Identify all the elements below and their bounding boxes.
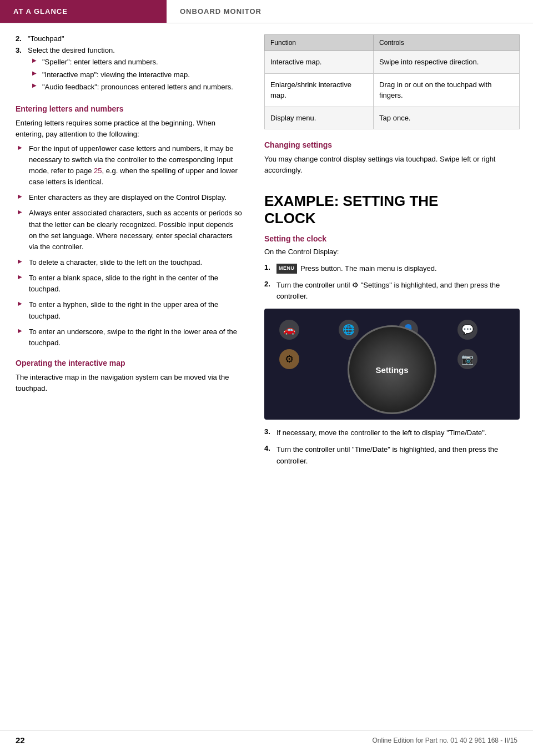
step-num-2: 2. [264,280,276,288]
sub-item-text-2: "Interactive map": viewing the interacti… [42,69,242,80]
bullet-text-3: Always enter associated characters, such… [29,208,242,253]
bullet-text-4: To delete a character, slide to the left… [29,257,242,268]
bullet-list: ▶ For the input of upper/lower case lett… [18,143,242,349]
table-row-2: Enlarge/shrink interactive map. Drag in … [265,73,520,107]
sub-item-2: ▶ "Interactive map": viewing the interac… [32,69,242,80]
bullet-text-2: Enter characters as they are displayed o… [29,192,242,203]
right-column: Function Controls Interactive map. Swipe… [255,34,533,472]
step-content-4: Turn the controller until "Time/Date" is… [276,444,520,466]
bullet-item-5: ▶ To enter a blank space, slide to the r… [18,273,242,295]
step-content-2: Turn the controller until ⚙ "Settings" i… [276,280,520,302]
icon-cell-2: 🌐 [335,317,363,342]
step-1: 1. MENU Press button. The main menu is d… [264,263,520,274]
page-link[interactable]: 25 [94,167,102,175]
sub-item-3: ▶ "Audio feedback": pronounces entered l… [32,82,242,93]
icon-cell-1: 🚗 [275,317,303,342]
chat-icon: 💬 [457,320,477,340]
table-row-3: Display menu. Tap once. [265,107,520,129]
sub-item-1: ▶ "Speller": enter letters and numbers. [32,57,242,68]
list-item-3: 3. Select the desired function. ▶ "Spell… [16,46,242,94]
icon-cell-4: 💬 [454,317,481,342]
dial-label: Settings [375,365,408,375]
step-2: 2. Turn the controller until ⚙ "Settings… [264,280,520,302]
bullet-item-7: ▶ To enter an underscore, swipe to the r… [18,326,242,349]
function-table: Function Controls Interactive map. Swipe… [264,34,520,129]
table-cell-controls-1: Swipe into respective direction. [374,51,520,74]
step-4: 4. Turn the controller until "Time/Date"… [264,444,520,466]
list-item-2: 2. "Touchpad" [16,34,242,43]
entering-intro: Entering letters requires some practice … [16,118,242,140]
item-text-2: "Touchpad" [28,34,242,43]
bullet-arrow-4: ▶ [18,258,24,264]
bullet-text-5: To enter a blank space, slide to the rig… [29,273,242,295]
sub-item-text-3: "Audio feedback": pronounces entered let… [42,82,242,93]
table-cell-function-2: Enlarge/shrink interactive map. [265,73,374,107]
table-cell-controls-2: Drag in or out on the touchpad with fing… [374,73,520,107]
chapter-title: AT A GLANCE [0,0,167,23]
changing-settings-text: You may change control display settings … [264,154,520,176]
settings-icon: ⚙ [279,349,299,369]
bullet-arrow-6: ▶ [18,300,24,306]
bullet-item-4: ▶ To delete a character, slide to the le… [18,257,242,268]
arrow-icon-1: ▶ [32,57,39,63]
operating-map-text: The interactive map in the navigation sy… [16,372,242,394]
page-footer: 22 Online Edition for Part no. 01 40 2 9… [0,730,533,745]
left-column: 2. "Touchpad" 3. Select the desired func… [0,34,255,472]
item-content-3: Select the desired function. ▶ "Speller"… [28,46,242,94]
entering-letters-heading: Entering letters and numbers [16,104,242,113]
main-content: 2. "Touchpad" 3. Select the desired func… [0,23,533,472]
bullet-text-1: For the input of upper/lower case letter… [29,143,242,188]
menu-button-icon: MENU [276,264,297,274]
bullet-arrow-3: ▶ [18,209,24,215]
step-3: 3. If necessary, move the controller to … [264,427,520,439]
table-cell-function-3: Display menu. [265,107,374,129]
icon-cell-8: 📷 [454,346,481,371]
bullet-item-2: ▶ Enter characters as they are displayed… [18,192,242,203]
controller-dial: Settings [348,325,436,414]
section-title: ONBOARD MONITOR [167,0,275,23]
footer-copyright: Online Edition for Part no. 01 40 2 961 … [372,737,517,744]
table-header-function: Function [265,35,374,51]
radio-icon: 🌐 [339,320,359,340]
table-cell-function-1: Interactive map. [265,51,374,74]
clock-intro: On the Control Display: [264,246,520,258]
item-num-2: 2. [16,34,28,43]
bullet-arrow-5: ▶ [18,274,24,280]
bullet-text-7: To enter an underscore, swipe to the rig… [29,326,242,349]
changing-settings-heading: Changing settings [264,140,520,149]
operating-map-heading: Operating the interactive map [16,359,242,367]
example-heading: EXAMPLE: SETTING THECLOCK [264,193,520,227]
bullet-arrow-2: ▶ [18,193,24,199]
sub-item-text-1: "Speller": enter letters and numbers. [42,57,242,68]
arrow-icon-2: ▶ [32,70,39,76]
step-num-3: 3. [264,427,276,436]
bullet-arrow-1: ▶ [18,144,24,150]
table-row-1: Interactive map. Swipe into respective d… [265,51,520,74]
arrow-icon-3: ▶ [32,82,39,88]
step-num-1: 1. [264,263,276,271]
page-header: AT A GLANCE ONBOARD MONITOR [0,0,533,23]
step-content-1: MENU Press button. The main menu is disp… [276,263,520,274]
nav-icon: 🚗 [279,320,299,340]
icon-cell-5: ⚙ [275,346,303,371]
bullet-text-6: To enter a hyphen, slide to the right in… [29,299,242,321]
clock-subheading: Setting the clock [264,234,520,243]
camera-icon: 📷 [457,349,477,369]
bullet-arrow-7: ▶ [18,327,24,334]
step-content-3: If necessary, move the controller to the… [276,427,520,439]
step-num-4: 4. [264,444,276,452]
bullet-item-1: ▶ For the input of upper/lower case lett… [18,143,242,188]
bullet-item-3: ▶ Always enter associated characters, su… [18,208,242,253]
page-number: 22 [16,735,25,745]
settings-screenshot: 🚗 🌐 👤 💬 ⚙ ⊞ 📷 [264,309,520,420]
sub-items: ▶ "Speller": enter letters and numbers. … [32,57,242,93]
item-num-3: 3. [16,46,28,94]
table-cell-controls-3: Tap once. [374,107,520,129]
table-header-controls: Controls [374,35,520,51]
bullet-item-6: ▶ To enter a hyphen, slide to the right … [18,299,242,321]
